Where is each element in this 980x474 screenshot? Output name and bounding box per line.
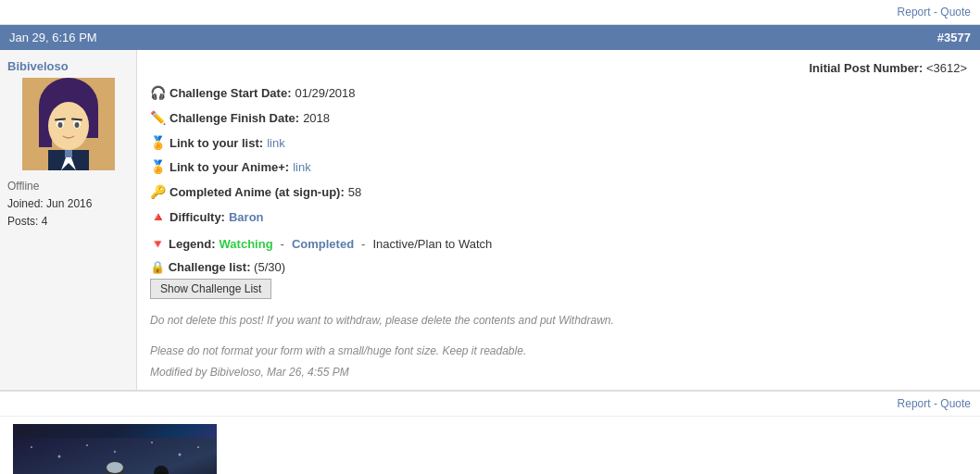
main-content: Initial Post Number: <3612> 🎧 Challenge … <box>137 50 980 390</box>
challenge-finish-date-line: ✏️ Challenge Finish Date: 2018 <box>150 107 967 129</box>
image-section: 2018 Anime Watching Challenge - particip… <box>0 416 980 474</box>
bottom-action-bar: Report - Quote <box>0 391 980 416</box>
svg-point-18 <box>31 446 32 448</box>
anime-image-box: 2018 Anime Watching Challenge - particip… <box>13 424 217 474</box>
legend-icon: 🔻 <box>150 237 165 251</box>
challenge-list-label-row: 🔒 Challenge list: (5/30) <box>150 260 967 274</box>
bottom-quote-link[interactable]: Quote <box>940 397 971 410</box>
note-text-1: Do not delete this post! If you want to … <box>150 312 967 330</box>
triangle-icon: 🔺 <box>150 206 166 227</box>
sidebar-info: Offline Joined: Jun 2016 Posts: 4 <box>7 178 129 231</box>
initial-post-value: <3612> <box>926 61 967 75</box>
post-body: Bibiveloso <box>0 50 980 391</box>
completed-anime-value: 58 <box>348 183 361 203</box>
medal-icon-1: 🏅 <box>150 132 166 153</box>
svg-point-5 <box>48 102 89 150</box>
key-icon: 🔑 <box>150 181 166 202</box>
completed-anime-label: Completed Anime (at sign-up): <box>170 183 345 203</box>
difficulty-value: Baron <box>229 208 264 228</box>
legend-dash-1: - <box>281 237 284 251</box>
svg-point-23 <box>179 454 182 456</box>
user-sidebar: Bibiveloso <box>0 50 137 390</box>
headphone-icon: 🎧 <box>150 82 166 103</box>
svg-point-21 <box>114 451 116 453</box>
post-date: Jan 29, 6:16 PM <box>9 31 97 44</box>
legend-completed: Completed <box>292 237 354 251</box>
challenge-finish-date-label: Challenge Finish Date: <box>170 109 299 129</box>
lock-icon: 🔒 <box>150 260 165 274</box>
username[interactable]: Bibiveloso <box>7 59 129 73</box>
list-link[interactable]: link <box>267 134 285 154</box>
svg-rect-15 <box>65 150 72 157</box>
user-posts-count: 4 <box>42 215 48 228</box>
show-challenge-list-button[interactable]: Show Challenge List <box>150 279 271 299</box>
top-dash: - <box>931 6 941 19</box>
challenge-start-date-line: 🎧 Challenge Start Date: 01/29/2018 <box>150 82 967 104</box>
completed-anime-line: 🔑 Completed Anime (at sign-up): 58 <box>150 181 967 203</box>
note-text-2: Please do not format your form with a sm… <box>150 343 967 360</box>
anime-image-placeholder <box>13 424 217 474</box>
top-quote-link[interactable]: Quote <box>940 6 971 19</box>
list-link-label: Link to your list: <box>170 134 263 154</box>
legend-dash-2: - <box>361 237 365 251</box>
legend-label: Legend: <box>169 237 216 251</box>
pencil-icon: ✏️ <box>150 107 166 128</box>
svg-point-24 <box>197 446 199 448</box>
challenge-list-count: (5/30) <box>254 260 285 274</box>
avatar <box>22 78 115 170</box>
top-action-bar: Report - Quote <box>0 0 980 25</box>
user-posts-label: Posts: <box>7 215 38 228</box>
legend-inactive: Inactive/Plan to Watch <box>372 237 492 251</box>
challenge-start-date-label: Challenge Start Date: <box>170 84 291 104</box>
svg-point-8 <box>57 122 62 128</box>
user-joined: Joined: Jun 2016 <box>7 197 92 210</box>
post-header: Jan 29, 6:16 PM #3577 <box>0 25 980 50</box>
difficulty-line: 🔺 Difficulty: Baron <box>150 206 967 228</box>
medal-icon-2: 🏅 <box>150 156 166 177</box>
post-number: #3577 <box>937 31 971 44</box>
challenge-list-label: Challenge list: <box>169 260 251 274</box>
difficulty-label: Difficulty: <box>170 208 225 228</box>
modified-text: Modified by Bibiveloso, Mar 26, 4:55 PM <box>150 366 967 379</box>
top-report-link[interactable]: Report <box>898 6 931 19</box>
challenge-list-section: 🔒 Challenge list: (5/30) Show Challenge … <box>150 260 967 299</box>
svg-point-20 <box>86 444 88 446</box>
legend-section: 🔻 Legend: Watching - Completed - Inactiv… <box>150 237 967 251</box>
bottom-dash: - <box>931 397 941 410</box>
legend-watching: Watching <box>220 237 273 251</box>
svg-point-9 <box>74 122 79 128</box>
bottom-report-link[interactable]: Report <box>898 397 931 410</box>
svg-point-19 <box>58 455 61 458</box>
animeplus-link-line: 🏅 Link to your Anime+: link <box>150 156 967 178</box>
challenge-start-date-value: 01/29/2018 <box>295 84 355 104</box>
animeplus-link-label: Link to your Anime+: <box>170 158 289 178</box>
list-link-line: 🏅 Link to your list: link <box>150 132 967 154</box>
initial-post-label: Initial Post Number: <box>809 61 923 75</box>
challenge-finish-date-value: 2018 <box>303 109 330 129</box>
animeplus-link[interactable]: link <box>293 158 311 178</box>
user-status: Offline <box>7 180 39 193</box>
svg-point-22 <box>151 442 153 443</box>
svg-point-27 <box>107 462 123 473</box>
